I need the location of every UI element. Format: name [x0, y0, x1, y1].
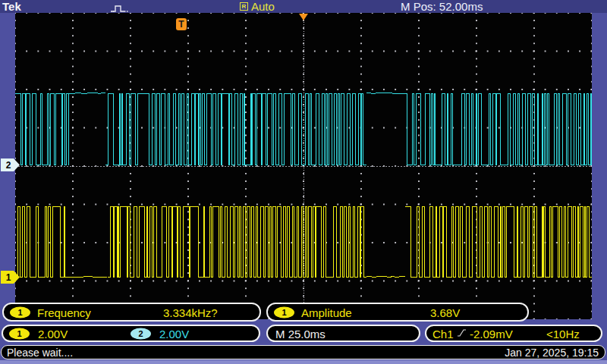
status-bar: Please wait.... Jan 27, 2025, 19:15	[1, 345, 605, 359]
measurement-label: Frequency	[37, 306, 91, 318]
timebase-value: M 25.0ms	[275, 327, 326, 340]
measurement-box-frequency: 1 Frequency 3.334kHz?	[2, 303, 261, 322]
trigger-readout: Ch1 -2.09mV <10Hz	[425, 325, 602, 342]
trigger-level: -2.09mV	[470, 327, 513, 340]
horizontal-position-readout: M Pos: 52.00ms	[401, 0, 483, 13]
channel1-badge: 1	[10, 306, 30, 318]
trigger-time-icon: T	[176, 18, 187, 30]
channel2-badge: 2	[131, 328, 151, 339]
timebase-readout: M 25.0ms	[266, 325, 420, 342]
acquisition-status: R Auto	[240, 0, 275, 13]
channel-scale-readout: 1 2.00V 2 2.00V	[2, 325, 260, 342]
rising-slope-icon	[457, 327, 467, 340]
bezel-bottom-strip	[0, 360, 607, 364]
measurement-label: Amplitude	[301, 306, 352, 318]
measurement-value: 3.68V	[430, 306, 460, 318]
oscilloscope-screen: Tek R Auto M Pos: 52.00ms T 2 1 1 Freque…	[0, 0, 607, 364]
trigger-coupling: <10Hz	[546, 327, 580, 340]
measurement-value: 3.334kHz?	[163, 306, 218, 318]
trigger-status-label: Auto	[251, 0, 275, 13]
trigger-position-marker	[299, 14, 308, 20]
acquisition-mode-icon: R	[240, 2, 248, 11]
channel1-badge: 1	[9, 328, 30, 339]
channel2-scale: 2.00V	[159, 327, 189, 340]
trigger-source: Ch1	[432, 327, 454, 340]
measurement-box-amplitude: 1 Amplitude 3.68V	[266, 303, 529, 322]
datetime-readout: Jan 27, 2025, 19:15	[505, 347, 599, 359]
channel1-scale: 2.00V	[38, 327, 68, 340]
top-bar: Tek R Auto M Pos: 52.00ms	[0, 0, 607, 13]
brand-logo: Tek	[2, 0, 21, 13]
waveform-layer	[15, 13, 592, 319]
graticule	[15, 13, 592, 319]
status-message: Please wait....	[7, 347, 73, 359]
channel1-badge: 1	[274, 306, 294, 318]
